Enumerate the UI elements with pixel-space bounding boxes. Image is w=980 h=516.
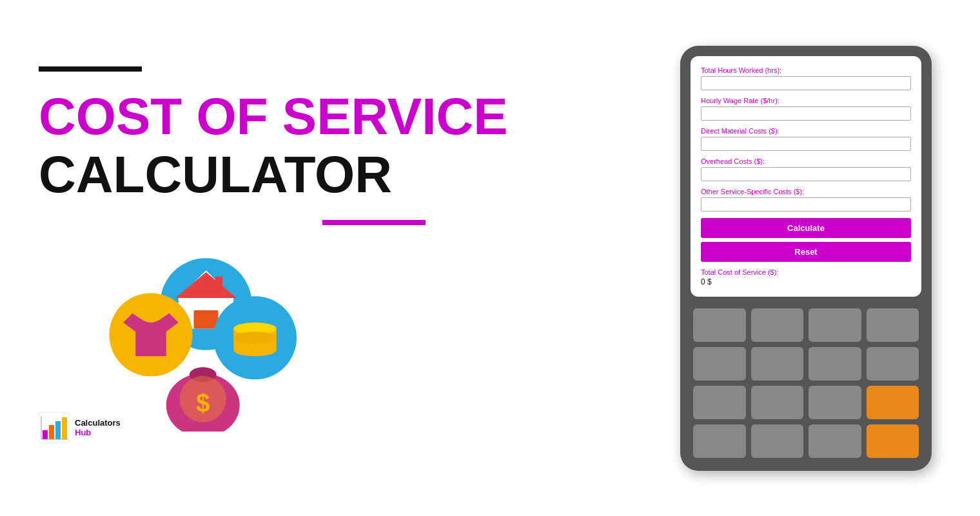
key-5[interactable] (693, 347, 746, 381)
key-12[interactable] (693, 424, 746, 458)
illustration: $ (77, 238, 322, 432)
key-8[interactable] (867, 347, 919, 381)
other-costs-input[interactable] (701, 197, 911, 212)
key-4[interactable] (867, 308, 919, 342)
other-costs-group: Other Service-Specific Costs ($): (701, 188, 911, 212)
calculate-button[interactable]: Calculate (701, 218, 911, 238)
key-14[interactable] (808, 424, 861, 458)
top-decorative-bar (39, 66, 142, 72)
title-calculator: CALCULATOR (39, 149, 671, 201)
logo-hub-label: Hub (75, 428, 121, 437)
right-section: Total Hours Worked (hrs): Hourly Wage Ra… (671, 46, 941, 471)
reset-button[interactable]: Reset (701, 242, 911, 262)
key-7[interactable] (808, 347, 861, 381)
key-1[interactable] (693, 308, 746, 342)
hourly-wage-group: Hourly Wage Rate ($/hr): (701, 97, 911, 121)
svg-point-11 (233, 332, 277, 344)
overhead-costs-input[interactable] (701, 167, 911, 181)
svg-rect-20 (55, 421, 61, 439)
hourly-wage-label: Hourly Wage Rate ($/hr): (701, 97, 911, 104)
key-10[interactable] (751, 386, 804, 419)
key-9[interactable] (693, 386, 746, 419)
key-11[interactable] (808, 386, 861, 419)
overhead-costs-label: Overhead Costs ($): (701, 157, 911, 165)
result-label: Total Cost of Service ($): (701, 268, 911, 276)
result-value: 0 $ (701, 277, 911, 286)
overhead-costs-group: Overhead Costs ($): (701, 157, 911, 181)
total-hours-group: Total Hours Worked (hrs): (701, 66, 911, 90)
svg-rect-19 (49, 425, 54, 439)
logo: Calculators Hub (39, 412, 671, 443)
total-hours-label: Total Hours Worked (hrs): (701, 66, 911, 74)
key-2[interactable] (751, 308, 804, 342)
mid-decorative-bar (322, 220, 426, 225)
key-orange-2[interactable] (867, 424, 919, 458)
logo-icon (39, 412, 70, 443)
total-hours-input[interactable] (701, 76, 911, 90)
key-6[interactable] (751, 347, 804, 381)
title-block: COST OF SERVICE CALCULATOR (39, 91, 671, 201)
calculator-screen: Total Hours Worked (hrs): Hourly Wage Ra… (691, 56, 921, 297)
key-13[interactable] (751, 424, 804, 458)
other-costs-label: Other Service-Specific Costs ($): (701, 188, 911, 195)
material-costs-label: Direct Material Costs ($): (701, 127, 911, 135)
logo-calculators-label: Calculators (75, 418, 121, 428)
key-orange-1[interactable] (867, 386, 919, 419)
title-cost-of-service: COST OF SERVICE (39, 91, 671, 143)
key-3[interactable] (808, 308, 861, 342)
svg-rect-4 (215, 277, 222, 292)
left-section: COST OF SERVICE CALCULATOR (39, 66, 671, 450)
calculator: Total Hours Worked (hrs): Hourly Wage Ra… (680, 46, 932, 471)
keypad (691, 306, 921, 461)
logo-text: Calculators Hub (75, 418, 121, 437)
material-costs-group: Direct Material Costs ($): (701, 127, 911, 151)
svg-rect-2 (194, 310, 219, 329)
svg-rect-18 (43, 430, 48, 439)
hourly-wage-input[interactable] (701, 106, 911, 121)
material-costs-input[interactable] (701, 137, 911, 151)
svg-rect-21 (62, 417, 67, 439)
